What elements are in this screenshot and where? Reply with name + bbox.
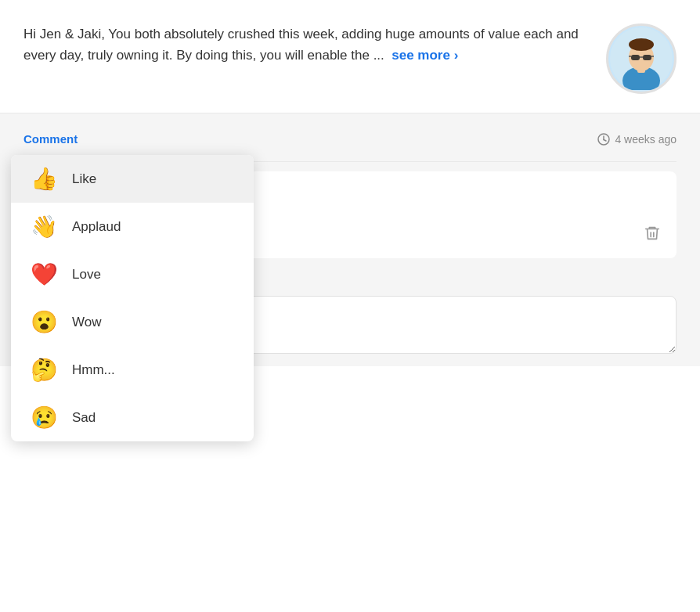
reaction-emoji-3: 😮: [30, 309, 58, 335]
reaction-item-sad[interactable]: 😢Sad: [11, 394, 254, 441]
avatar-illustration: [610, 27, 673, 90]
reaction-dropdown: 👍Like👋Applaud❤️Love😮Wow🤔Hmm...😢Sad: [11, 155, 254, 441]
reaction-label-5: Sad: [72, 410, 96, 426]
comment-tab[interactable]: Comment: [23, 129, 78, 149]
reaction-item-wow[interactable]: 😮Wow: [11, 298, 254, 346]
reaction-label-0: Like: [72, 171, 96, 187]
post-body: Hi Jen & Jaki, You both absolutely crush…: [23, 27, 579, 63]
reaction-emoji-5: 😢: [30, 405, 58, 430]
reaction-label-3: Wow: [72, 315, 101, 330]
comment-actions: Comment: [23, 129, 78, 149]
reaction-label-4: Hmm...: [72, 362, 115, 378]
post-time: 4 weeks ago: [597, 133, 677, 146]
svg-rect-5: [631, 55, 640, 60]
see-more-link[interactable]: see more ›: [391, 48, 458, 63]
reaction-emoji-2: ❤️: [30, 261, 58, 287]
svg-rect-6: [643, 55, 651, 60]
delete-button[interactable]: [644, 225, 661, 246]
reaction-label-1: Applaud: [72, 219, 121, 235]
post-section: Hi Jen & Jaki, You both absolutely crush…: [0, 0, 700, 113]
svg-line-12: [604, 139, 606, 141]
reaction-emoji-1: 👋: [30, 214, 58, 239]
reaction-item-like[interactable]: 👍Like: [11, 155, 254, 203]
reaction-emoji-0: 👍: [30, 166, 58, 192]
reaction-emoji-4: 🤔: [30, 357, 58, 383]
comment-header: Comment 4 weeks ago: [23, 129, 677, 149]
reaction-item-love[interactable]: ❤️Love: [11, 250, 254, 298]
reaction-item-hmm---[interactable]: 🤔Hmm...: [11, 346, 254, 394]
reaction-item-applaud[interactable]: 👋Applaud: [11, 203, 254, 250]
post-age: 4 weeks ago: [615, 133, 677, 146]
reaction-label-2: Love: [72, 267, 101, 283]
clock-icon: [597, 133, 610, 146]
post-text: Hi Jen & Jaki, You both absolutely crush…: [23, 23, 606, 66]
post-author-avatar: [606, 23, 677, 94]
svg-point-4: [629, 38, 654, 51]
